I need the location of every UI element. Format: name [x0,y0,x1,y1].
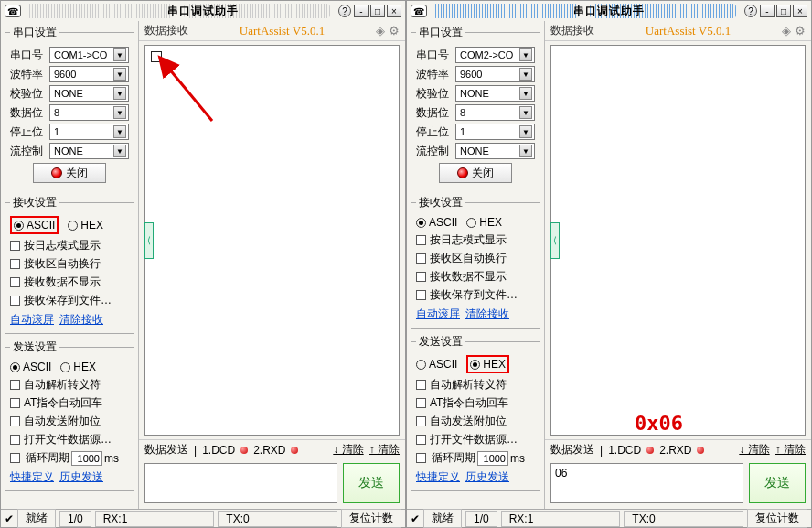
clear-up-link[interactable]: ↑ 清除 [369,442,400,458]
window-title: 串口调试助手 [167,4,239,19]
link[interactable]: 自动滚屏 [416,307,460,320]
titlebar: ☎ 串口调试助手 ? - □ × [1,1,405,21]
radio-hex[interactable] [470,360,480,370]
checkbox[interactable] [10,453,20,463]
dcd-led-icon [646,447,654,454]
radio-ascii[interactable] [416,218,426,228]
checkbox[interactable] [10,380,20,390]
led-icon [457,167,468,178]
checkbox[interactable] [10,416,20,426]
radio-hex[interactable] [466,218,476,228]
minimize-button[interactable]: - [354,5,369,17]
field-label: 校验位 [416,86,453,102]
dropdown[interactable]: 8▼ [49,104,129,121]
dropdown[interactable]: NONE▼ [49,85,129,102]
close-button[interactable]: × [387,5,401,17]
radio-ascii[interactable] [416,360,426,370]
link[interactable]: 清除接收 [465,307,509,320]
checkbox[interactable] [10,277,20,287]
checkbox[interactable] [10,398,20,408]
send-button[interactable]: 发送 [749,463,806,503]
link[interactable]: 历史发送 [59,470,103,483]
gear-icon[interactable]: ⚙ [389,24,400,38]
checkbox-label: AT指令自动回车 [24,395,102,411]
checkbox-label: 接收数据不显示 [24,275,101,290]
checkbox-label: 接收保存到文件… [430,287,518,303]
cycle-input[interactable] [477,451,508,466]
cycle-unit: ms [510,452,525,465]
checkbox[interactable] [416,235,426,245]
field-label: 波特率 [416,67,453,82]
close-button[interactable]: × [793,5,807,17]
checkbox[interactable] [416,272,426,282]
status-ready: 就绪 [423,509,462,528]
group-legend: 发送设置 [416,334,465,350]
checkbox[interactable] [416,253,426,264]
collapse-handle[interactable]: ⟨ [550,222,560,259]
field-label: 波特率 [10,67,47,82]
radio-hex[interactable] [68,221,78,231]
clear-down-link[interactable]: ↓ 清除 [739,443,769,456]
cycle-input[interactable] [71,451,102,466]
field-label: 停止位 [416,124,453,140]
link[interactable]: 快捷定义 [416,470,460,483]
maximize-button[interactable]: □ [370,5,385,17]
help-icon[interactable]: ? [744,5,757,17]
checkbox[interactable] [10,435,20,445]
dropdown[interactable]: NONE▼ [455,143,535,159]
dropdown[interactable]: NONE▼ [455,85,535,102]
port-close-button[interactable]: 关闭 [439,163,512,183]
radio-ascii[interactable] [10,362,20,372]
dropdown[interactable]: 9600▼ [49,66,129,82]
sidebar: 串口设置 串口号 COM1->CO▼波特率 9600▼校验位 NONE▼数据位 … [1,21,138,509]
dropdown[interactable]: 8▼ [455,104,535,121]
dropdown[interactable]: 9600▼ [455,66,535,82]
gear-icon[interactable]: ⚙ [795,24,806,38]
link[interactable]: 清除接收 [59,313,103,326]
checkbox[interactable] [416,380,426,390]
checkbox-label: 接收区自动换行 [430,251,507,266]
reset-count-button[interactable]: 复位计数 [341,509,401,528]
status-tx: TX:0 [624,511,743,527]
link[interactable]: 历史发送 [465,470,509,483]
checkbox[interactable] [10,259,20,269]
checkbox[interactable] [416,398,426,408]
clear-up-link[interactable]: ↑ 清除 [775,442,806,458]
tx-title: 数据发送 [144,442,188,458]
checkbox[interactable] [416,290,426,300]
rx-title: 数据接收 [144,23,188,38]
link[interactable]: 自动滚屏 [10,313,54,326]
dropdown[interactable]: 1▼ [455,124,535,140]
checkbox-label: 打开文件数据源… [24,432,112,447]
tx-input[interactable] [144,463,337,503]
radio-hex[interactable] [60,362,70,372]
diamond-icon[interactable]: ◈ [376,24,385,38]
dropdown[interactable]: COM1->CO▼ [49,47,129,63]
clear-down-link[interactable]: ↓ 清除 [333,443,363,456]
maximize-button[interactable]: □ [776,5,791,17]
svg-line-0 [168,68,212,121]
checkbox[interactable] [10,241,20,251]
help-icon[interactable]: ? [338,5,351,17]
checkbox[interactable] [416,416,426,426]
dropdown[interactable]: NONE▼ [49,143,129,159]
group-legend: 发送设置 [10,339,59,355]
checkbox[interactable] [10,296,20,306]
ready-icon: ✔ [411,512,420,525]
checkbox[interactable] [416,435,426,445]
collapse-handle[interactable]: ⟨ [144,222,154,259]
reset-count-button[interactable]: 复位计数 [747,509,807,528]
dropdown[interactable]: COM2->CO▼ [455,47,535,63]
dropdown[interactable]: 1▼ [49,124,129,140]
radio-ascii[interactable] [14,221,24,231]
link[interactable]: 快捷定义 [10,470,54,483]
field-label: 校验位 [10,86,47,102]
rx-textarea[interactable]: ⟨ [550,45,806,436]
tx-input[interactable]: 06 [550,463,743,503]
send-button[interactable]: 发送 [343,463,400,503]
minimize-button[interactable]: - [760,5,775,17]
checkbox[interactable] [416,453,426,463]
diamond-icon[interactable]: ◈ [782,24,791,38]
port-close-button[interactable]: 关闭 [33,163,106,183]
app-window: ☎ 串口调试助手 ? - □ × 串口设置 串口号 COM2->CO▼波特率 9… [406,0,812,528]
